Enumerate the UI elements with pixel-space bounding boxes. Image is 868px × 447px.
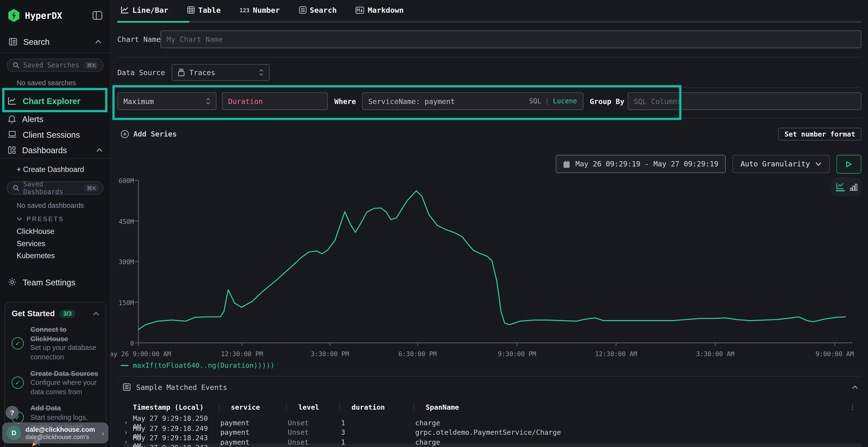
query-language-toggle[interactable]: SQL | Lucene xyxy=(529,92,577,110)
date-range-picker[interactable]: May 26 09:29:19 - May 27 09:29:19 xyxy=(556,155,725,173)
cell-spanname: charge xyxy=(415,438,861,446)
log-list-icon xyxy=(123,383,131,391)
sidebar-section-search[interactable]: Search xyxy=(0,31,110,53)
get-started-item-desc: Configure where your data comes from xyxy=(30,379,96,396)
col-spanname[interactable]: SpanName xyxy=(426,403,459,411)
preset-kubernetes[interactable]: Kubernetes xyxy=(0,252,110,260)
date-range-value: May 26 09:29:19 - May 27 09:29:19 xyxy=(576,160,718,168)
dashboards-icon xyxy=(8,146,16,154)
chevron-up-icon[interactable] xyxy=(93,312,99,315)
chevron-down-icon xyxy=(815,162,822,166)
sql-option[interactable]: SQL xyxy=(529,97,541,105)
get-started-item[interactable]: ✓ Create Data Sources Configure where yo… xyxy=(11,369,99,397)
expand-row-icon[interactable]: › xyxy=(124,438,133,446)
cell-spanname: grpc.oteldemo.PaymentService/Charge xyxy=(415,428,861,436)
lucene-option[interactable]: Lucene xyxy=(553,97,577,105)
cell-service: payment xyxy=(220,418,288,426)
bar-chart-icon[interactable] xyxy=(849,183,857,191)
help-button[interactable]: ? xyxy=(5,406,19,419)
y-axis-label: 0 xyxy=(130,340,134,347)
preset-services[interactable]: Services xyxy=(0,239,110,248)
expand-row-icon[interactable]: › xyxy=(124,419,133,426)
x-axis-label: May 26 9:00:00 AM xyxy=(111,350,171,358)
y-axis-label: 300M xyxy=(119,258,134,266)
saved-searches-placeholder: Saved Searches xyxy=(23,61,84,69)
divider xyxy=(117,376,862,376)
calendar-icon xyxy=(563,160,570,168)
set-number-format-button[interactable]: Set number format xyxy=(778,128,861,140)
cell-timestamp: May 27 9:29:18.243 AM xyxy=(133,443,220,447)
events-table: ⋮ Timestamp (Local) ⋮service ⋮level ⋮dur… xyxy=(117,401,862,447)
saved-dashboards-input[interactable]: Saved Dashboards ⌘K xyxy=(7,181,104,195)
laptop-icon xyxy=(8,131,17,138)
col-service[interactable]: service xyxy=(231,403,260,411)
client-sessions-label: Client Sessions xyxy=(23,130,80,139)
chart-name-input[interactable] xyxy=(161,30,862,48)
collapse-panel-icon[interactable] xyxy=(852,385,858,389)
saved-searches-input[interactable]: Saved Searches ⌘K xyxy=(7,59,104,72)
table-row[interactable]: › May 27 9:29:18.250 AM payment Unset 1 … xyxy=(124,414,861,424)
select-chevrons-icon xyxy=(259,69,263,76)
tab-table[interactable]: Table xyxy=(187,5,221,21)
table-options-icon[interactable]: ⋮ xyxy=(849,403,856,411)
col-timestamp[interactable]: Timestamp (Local) xyxy=(133,403,204,411)
preset-clickhouse[interactable]: ClickHouse xyxy=(0,227,110,236)
sidebar-item-team-settings[interactable]: Team Settings xyxy=(0,274,110,290)
user-subtitle: dale@clickhouse.com's xyxy=(26,434,102,440)
presets-label: PRESETS xyxy=(27,215,64,222)
chart-toolbar: May 26 09:29:19 - May 27 09:29:19 Auto G… xyxy=(117,155,862,173)
user-menu[interactable]: D dale@clickhouse.com dale@clickhouse.co… xyxy=(2,422,108,443)
group-by-input[interactable] xyxy=(628,92,861,110)
data-source-value: Traces xyxy=(189,68,215,77)
avatar: D xyxy=(7,426,21,440)
cell-spanname: charge xyxy=(415,418,861,426)
shortcut-badge: ⌘K xyxy=(84,61,99,69)
series-config-row: Maximum Where SQL | Lucene Group By xyxy=(117,92,862,110)
tab-search[interactable]: Search xyxy=(299,5,337,21)
where-label: Where xyxy=(334,97,356,105)
sample-events-header[interactable]: Sample Matched Events xyxy=(117,380,862,394)
tab-line-bar[interactable]: Line/Bar xyxy=(121,5,168,21)
chevron-down-icon xyxy=(17,217,22,220)
field-input[interactable] xyxy=(222,92,328,110)
col-duration[interactable]: duration xyxy=(351,403,385,411)
col-level[interactable]: level xyxy=(298,403,319,411)
tab-markdown[interactable]: Markdown xyxy=(355,5,404,21)
sidebar-item-dashboards[interactable]: Dashboards xyxy=(0,142,110,159)
collapse-sidebar-icon[interactable] xyxy=(92,11,102,20)
column-separator-icon[interactable]: ⋮ xyxy=(411,403,417,411)
select-chevrons-icon xyxy=(206,98,210,105)
aggregation-select[interactable]: Maximum xyxy=(117,92,217,110)
presets-section-toggle[interactable]: PRESETS xyxy=(0,215,110,222)
sidebar-item-client-sessions[interactable]: Client Sessions xyxy=(0,127,110,142)
tab-number[interactable]: 123 Number xyxy=(240,5,280,21)
chevron-up-icon xyxy=(96,148,102,152)
expand-row-icon[interactable]: › xyxy=(124,428,133,436)
plus-circle-icon xyxy=(121,130,129,138)
data-source-select[interactable]: Traces xyxy=(172,64,270,81)
search-section-icon xyxy=(9,38,17,46)
add-series-button[interactable]: Add Series xyxy=(117,130,177,138)
x-axis-label: 6:30:00 PM xyxy=(399,350,437,358)
get-started-item[interactable]: ✓ Connect to ClickHouse Set up your data… xyxy=(11,325,99,362)
run-query-button[interactable] xyxy=(836,154,861,173)
cell-duration: 1 xyxy=(341,438,415,446)
search-icon xyxy=(13,62,20,69)
create-dashboard-button[interactable]: + Create Dashboard xyxy=(0,165,110,173)
column-separator-icon[interactable]: ⋮ xyxy=(337,403,343,411)
shortcut-badge: ⌘K xyxy=(84,184,99,192)
sidebar-item-alerts[interactable]: Alerts xyxy=(0,111,110,127)
bell-icon xyxy=(8,114,16,123)
x-axis-label: 3:30:00 PM xyxy=(311,350,349,358)
cell-duration: 1 xyxy=(341,418,415,426)
sidebar-item-chart-explorer[interactable]: Chart Explorer xyxy=(0,92,110,109)
brand-title: HyperDX xyxy=(25,10,62,21)
x-axis-label: 3:30:00 AM xyxy=(696,350,735,358)
data-source-label: Data Source xyxy=(117,68,172,77)
column-separator-icon[interactable]: ⋮ xyxy=(283,403,289,411)
dashboards-label: Dashboards xyxy=(22,145,67,155)
line-view-toggle[interactable] xyxy=(836,182,845,192)
granularity-select[interactable]: Auto Granularity xyxy=(732,155,830,173)
search-list-icon xyxy=(299,6,306,14)
column-separator-icon[interactable]: ⋮ xyxy=(216,403,222,411)
